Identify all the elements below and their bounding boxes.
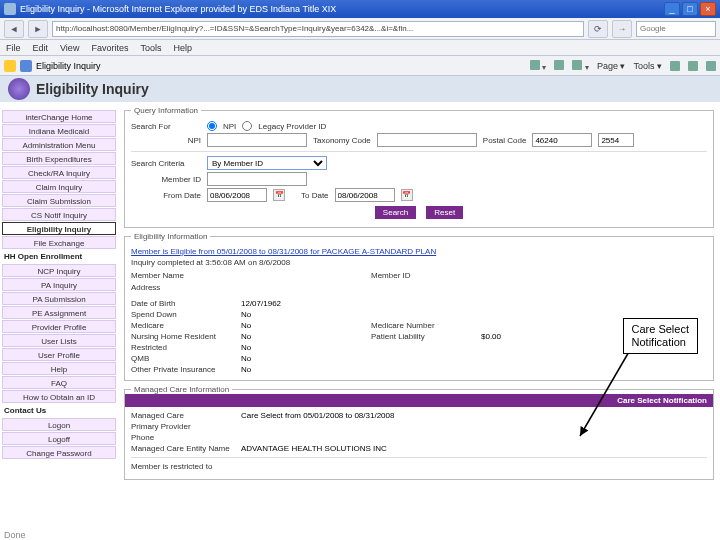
sidebar-item-provider-profile[interactable]: Provider Profile bbox=[2, 320, 116, 333]
query-legend: Query Information bbox=[131, 106, 201, 115]
sidebar-item-check-ra-inquiry[interactable]: Check/RA Inquiry bbox=[2, 166, 116, 179]
nursing-label: Nursing Home Resident bbox=[131, 332, 241, 341]
window-titlebar: Eligibility Inquiry - Microsoft Internet… bbox=[0, 0, 720, 18]
npi-input[interactable] bbox=[207, 133, 307, 147]
member-name-label: Member Name bbox=[131, 271, 241, 281]
menu-favorites[interactable]: Favorites bbox=[91, 43, 128, 53]
main-content: Query Information Search For NPI Legacy … bbox=[118, 102, 720, 540]
medicare-value: No bbox=[241, 321, 371, 330]
sidebar-item-pa-submission[interactable]: PA Submission bbox=[2, 292, 116, 305]
tab-label[interactable]: Eligibility Inquiry bbox=[36, 61, 101, 71]
zip1-input[interactable] bbox=[532, 133, 592, 147]
criteria-select[interactable]: By Member ID bbox=[207, 156, 327, 170]
address-bar[interactable]: http://localhost:8080/Member/EligInquiry… bbox=[52, 21, 584, 37]
from-date-input[interactable] bbox=[207, 188, 267, 202]
sidebar-item-user-profile[interactable]: User Profile bbox=[2, 348, 116, 361]
search-button[interactable]: Search bbox=[375, 206, 416, 219]
eligibility-status-link[interactable]: Member is Eligible from 05/01/2008 to 08… bbox=[131, 247, 436, 256]
legacy-radio[interactable] bbox=[242, 121, 252, 131]
to-date-input[interactable] bbox=[335, 188, 395, 202]
sidebar-item-pe-assignment[interactable]: PE Assignment bbox=[2, 306, 116, 319]
sidebar-item-faq[interactable]: FAQ bbox=[2, 376, 116, 389]
sidebar-item-hh-open-enrollment[interactable]: HH Open Enrollment bbox=[2, 250, 116, 263]
back-button[interactable]: ◄ bbox=[4, 20, 24, 38]
feed-icon[interactable] bbox=[554, 60, 564, 70]
sidebar-item-help[interactable]: Help bbox=[2, 362, 116, 375]
inquiry-timestamp: Inquiry completed at 3:56:08 AM on 8/6/2… bbox=[131, 258, 707, 267]
to-date-label: To Date bbox=[301, 191, 329, 200]
sidebar-item-birth-expenditures[interactable]: Birth Expenditures bbox=[2, 152, 116, 165]
close-button[interactable]: × bbox=[700, 2, 716, 16]
extra-icon-1[interactable] bbox=[670, 61, 680, 71]
tab-icon bbox=[20, 60, 32, 72]
menu-tools[interactable]: Tools bbox=[140, 43, 161, 53]
print-icon[interactable] bbox=[572, 60, 582, 70]
sidebar-item-administration-menu[interactable]: Administration Menu bbox=[2, 138, 116, 151]
tab-bar: Eligibility Inquiry ▾ ▾ Page ▾ Tools ▾ bbox=[0, 56, 720, 76]
sidebar-item-interchange-home[interactable]: interChange Home bbox=[2, 110, 116, 123]
sidebar-item-logoff[interactable]: Logoff bbox=[2, 432, 116, 445]
sidebar-item-pa-inquiry[interactable]: PA Inquiry bbox=[2, 278, 116, 291]
entity-label: Managed Care Entity Name bbox=[131, 444, 241, 453]
home-icon[interactable] bbox=[530, 60, 540, 70]
zip-label: Postal Code bbox=[483, 136, 527, 145]
reset-button[interactable]: Reset bbox=[426, 206, 463, 219]
nursing-value: No bbox=[241, 332, 371, 341]
calendar-icon[interactable]: 📅 bbox=[273, 189, 285, 201]
from-date-label: From Date bbox=[131, 191, 201, 200]
sidebar-item-cs-notif-inquiry[interactable]: CS Notif Inquiry bbox=[2, 208, 116, 221]
sidebar-item-contact-us[interactable]: Contact Us bbox=[2, 404, 116, 417]
extra-icon-3[interactable] bbox=[706, 61, 716, 71]
sidebar-item-user-lists[interactable]: User Lists bbox=[2, 334, 116, 347]
menu-file[interactable]: File bbox=[6, 43, 21, 53]
search-for-label: Search For bbox=[131, 122, 201, 131]
member-id-value bbox=[481, 271, 561, 281]
sidebar-item-ncp-inquiry[interactable]: NCP Inquiry bbox=[2, 264, 116, 277]
sidebar-item-file-exchange[interactable]: File Exchange bbox=[2, 236, 116, 249]
restricted-note: Member is restricted to bbox=[131, 462, 707, 471]
sidebar-item-logon[interactable]: Logon bbox=[2, 418, 116, 431]
sidebar-item-change-password[interactable]: Change Password bbox=[2, 446, 116, 459]
address-label: Address bbox=[131, 283, 241, 293]
sidebar-item-claim-submission[interactable]: Claim Submission bbox=[2, 194, 116, 207]
restricted-value: No bbox=[241, 343, 371, 352]
sidebar-item-eligibility-inquiry[interactable]: Eligibility Inquiry bbox=[2, 222, 116, 235]
maximize-button[interactable]: □ bbox=[682, 2, 698, 16]
forward-button[interactable]: ► bbox=[28, 20, 48, 38]
query-info-section: Query Information Search For NPI Legacy … bbox=[124, 106, 714, 228]
member-name-value bbox=[241, 271, 321, 281]
taxonomy-input[interactable] bbox=[377, 133, 477, 147]
go-button[interactable]: → bbox=[612, 20, 632, 38]
extra-icon-2[interactable] bbox=[688, 61, 698, 71]
refresh-button[interactable]: ⟳ bbox=[588, 20, 608, 38]
sidebar-item-how-to-obtain-an-id[interactable]: How to Obtain an ID bbox=[2, 390, 116, 403]
liability-value: $0.00 bbox=[481, 332, 611, 341]
entity-value: ADVANTAGE HEALTH SOLUTIONS INC bbox=[241, 444, 611, 453]
sidebar: interChange HomeIndiana MedicaidAdminist… bbox=[0, 102, 118, 540]
tools-menu[interactable]: Tools ▾ bbox=[633, 61, 662, 71]
member-id-input[interactable] bbox=[207, 172, 307, 186]
legacy-radio-label: Legacy Provider ID bbox=[258, 122, 326, 131]
browser-search-input[interactable] bbox=[636, 21, 716, 37]
menu-help[interactable]: Help bbox=[173, 43, 192, 53]
member-id-label: Member ID bbox=[131, 175, 201, 184]
sidebar-item-claim-inquiry[interactable]: Claim Inquiry bbox=[2, 180, 116, 193]
sidebar-item-indiana-medicaid[interactable]: Indiana Medicaid bbox=[2, 124, 116, 137]
npi-radio[interactable] bbox=[207, 121, 217, 131]
menu-view[interactable]: View bbox=[60, 43, 79, 53]
spend-value: No bbox=[241, 310, 371, 319]
calendar-icon-2[interactable]: 📅 bbox=[401, 189, 413, 201]
other-ins-label: Other Private Insurance bbox=[131, 365, 241, 374]
dob-label: Date of Birth bbox=[131, 299, 241, 308]
favorites-icon[interactable] bbox=[4, 60, 16, 72]
mc-value: Care Select from 05/01/2008 to 08/31/200… bbox=[241, 411, 611, 420]
zip2-input[interactable] bbox=[598, 133, 634, 147]
menu-edit[interactable]: Edit bbox=[33, 43, 49, 53]
minimize-button[interactable]: _ bbox=[664, 2, 680, 16]
svg-line-0 bbox=[580, 350, 630, 436]
mc-label: Managed Care bbox=[131, 411, 241, 420]
page-menu[interactable]: Page ▾ bbox=[597, 61, 626, 71]
page-title: Eligibility Inquiry bbox=[36, 81, 149, 97]
annotation-arrow-icon bbox=[570, 346, 640, 446]
pp-label: Primary Provider bbox=[131, 422, 241, 431]
